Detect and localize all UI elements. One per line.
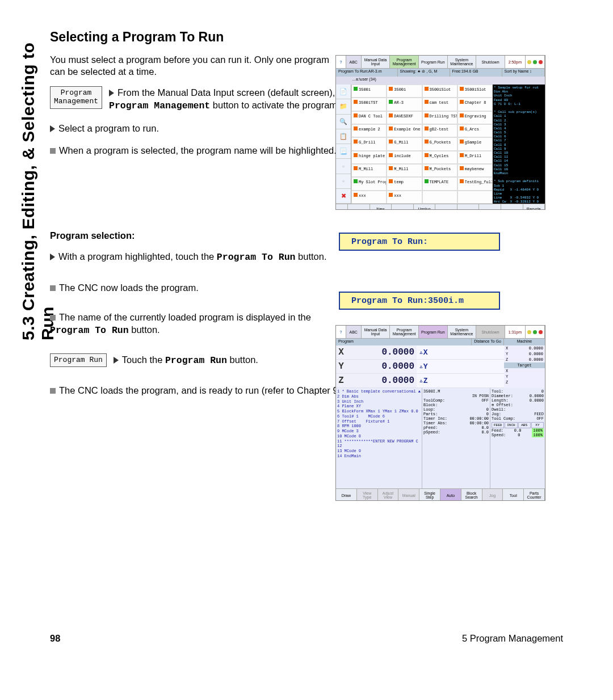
file-grid[interactable]: 3500i3500i3500iSlot3500iSlot3500iTSTAR-3… xyxy=(351,85,493,204)
path-bar: …a:\user (34) xyxy=(336,77,545,85)
clock: 2:50pm xyxy=(505,56,526,68)
file-item[interactable]: G_Arcs xyxy=(457,124,493,137)
file-item[interactable]: gB2-test xyxy=(422,124,457,137)
program-management-button[interactable]: ProgramManagement xyxy=(50,86,102,109)
blank-icon[interactable]: ▫ xyxy=(336,174,351,189)
toolbar-button[interactable]: CAM xyxy=(435,204,457,210)
tab-mdi[interactable]: Manual Data Input xyxy=(362,56,391,68)
toolbar-button[interactable]: Block Search xyxy=(461,489,482,501)
file-item[interactable]: AR-3 xyxy=(387,98,422,111)
toolbar-button[interactable]: Tool xyxy=(503,489,524,501)
file-item[interactable]: G_Drill xyxy=(351,137,387,150)
file-item[interactable]: temp xyxy=(387,177,422,190)
toolbar-button[interactable]: Recycle Bin xyxy=(523,204,545,210)
file-item[interactable]: DAVESDXF xyxy=(387,111,422,124)
program-listing[interactable]: 1 * Basic template conversational ▲ 2 Di… xyxy=(336,388,422,488)
screenshot-program-run: ? ABC Manual Data Input Program Manageme… xyxy=(335,325,545,501)
triangle-bullet-icon xyxy=(50,125,55,132)
toolbar-button[interactable]: Adjust View xyxy=(378,489,399,501)
status-program: Program xyxy=(336,339,472,345)
file-item[interactable]: 3500iTST xyxy=(351,98,387,111)
blank-icon[interactable]: ▫ xyxy=(336,159,351,174)
sort-by[interactable]: Sort by Name ↕ xyxy=(502,69,545,77)
triangle-bullet-icon xyxy=(114,357,119,364)
dro-panel: X0.0000▵XY0.0000▵YZ0.0000▵Z xyxy=(336,345,504,388)
tab-system-maintenance[interactable]: System Maintenance xyxy=(448,56,477,68)
toolbar-button[interactable]: New Program xyxy=(370,204,392,210)
file-item[interactable]: maybenew xyxy=(457,164,493,177)
file-item[interactable]: 3500i xyxy=(351,85,387,98)
toolbar-button[interactable]: Parts Counter xyxy=(524,489,545,501)
file-item[interactable]: Engraving xyxy=(457,111,493,124)
toolbar-button xyxy=(392,204,414,210)
file-item[interactable]: Example One xyxy=(387,124,422,137)
file-item[interactable]: Chapter 8 xyxy=(457,98,493,111)
step-touch-ptr: With a program highlighted, touch the Pr… xyxy=(50,250,345,264)
tab-program-management[interactable]: Program Management xyxy=(390,56,419,68)
file-item[interactable]: My Slot Prog. xyxy=(351,177,387,190)
toolbar-button[interactable]: Draw xyxy=(336,489,357,501)
file-item[interactable]: M_Drill xyxy=(457,151,493,164)
file-item[interactable]: DAN C Tool xyxy=(351,111,387,124)
file-item[interactable]: example 2 xyxy=(351,124,387,137)
file-item[interactable]: Drilling TST xyxy=(422,111,457,124)
help-icon[interactable]: ? xyxy=(336,56,346,68)
tab-system-maintenance[interactable]: System Maintenance xyxy=(448,326,477,338)
square-bullet-icon xyxy=(50,388,56,394)
program-to-run-button-loaded[interactable]: Program To Run:3500i.m xyxy=(339,292,500,310)
file-item[interactable]: cam test xyxy=(422,98,457,111)
status-lights xyxy=(526,326,545,338)
folder-icon[interactable]: 📁 xyxy=(336,99,351,114)
toolbar-button[interactable]: Single Step xyxy=(419,489,440,501)
copy-icon[interactable]: 📋 xyxy=(336,129,351,144)
step-touch-program-run: Touch the Program Run button. xyxy=(114,353,258,367)
file-item[interactable]: G_Mill xyxy=(387,137,422,150)
doc-icon[interactable]: 📃 xyxy=(336,144,351,159)
toolbar-button[interactable]: Draw xyxy=(457,204,480,210)
file-item[interactable]: M_Pockets xyxy=(422,164,457,177)
screenshot-program-management: ? ABC Manual Data Input Program Manageme… xyxy=(335,55,545,210)
file-item[interactable]: TestEng_full xyxy=(457,177,493,190)
toolbar-button[interactable]: Auto xyxy=(440,489,461,501)
toolbar-button[interactable]: Manual xyxy=(398,489,419,501)
file-item[interactable]: TEMPLATE xyxy=(422,177,457,190)
page-number: 98 xyxy=(50,633,60,644)
file-item[interactable]: xxx xyxy=(387,191,422,204)
toolbar-button[interactable]: ⊖ xyxy=(348,204,370,210)
program-run-button[interactable]: Program Run xyxy=(50,353,107,368)
toolbar-button[interactable]: Jog xyxy=(482,489,503,501)
toolbar-button[interactable]: Unplug USB xyxy=(414,204,436,210)
file-item[interactable]: hinge plate 1 xyxy=(351,151,387,164)
file-item[interactable]: 3500i xyxy=(387,85,422,98)
machine-target-panels: X0.0000Y0.0000Z0.0000 Target XYZ xyxy=(504,345,545,388)
tab-program-run[interactable]: Program Run xyxy=(419,326,448,338)
delete-icon[interactable]: ✖ xyxy=(336,189,351,204)
file-item[interactable]: gSample xyxy=(457,137,493,150)
search-icon[interactable]: 🔍 xyxy=(336,115,351,129)
file-item[interactable]: M_Mill xyxy=(387,164,422,177)
toolbar-button[interactable]: Edit xyxy=(479,204,501,210)
tab-program-management[interactable]: Program Management xyxy=(390,326,419,338)
toolbar-button[interactable]: View Type xyxy=(357,489,378,501)
file-item[interactable]: M_Cycles xyxy=(422,151,457,164)
intro-paragraph: You must select a program before you can… xyxy=(50,54,334,78)
tab-shutdown[interactable]: Shutdown xyxy=(476,56,505,68)
file-item[interactable]: xxx xyxy=(351,191,387,204)
tool-icon[interactable]: 📄 xyxy=(336,85,351,99)
tab-program-run[interactable]: Program Run xyxy=(419,56,448,68)
file-item[interactable]: M_Mill xyxy=(351,164,387,177)
toolbar-button[interactable]: ◄ xyxy=(336,204,348,210)
tab-mdi[interactable]: Manual Data Input xyxy=(362,326,391,338)
file-item[interactable]: 3500iSlot xyxy=(457,85,493,98)
file-item[interactable]: G_Pockets xyxy=(422,137,457,150)
program-to-run-button-empty[interactable]: Program To Run: xyxy=(339,233,500,251)
file-item[interactable] xyxy=(422,191,457,204)
file-item[interactable]: 3500iSlot xyxy=(422,85,457,98)
side-tab: 5.3 Creating, Editing, & Selecting to Ru… xyxy=(19,28,43,340)
file-item[interactable] xyxy=(457,191,493,204)
help-icon[interactable]: ? xyxy=(336,326,346,338)
abc-button[interactable]: ABC xyxy=(346,56,362,68)
abc-button[interactable]: ABC xyxy=(346,326,362,338)
showing-filter[interactable]: Showing: ★ ⊘ , G, M xyxy=(398,69,450,77)
file-item[interactable]: include xyxy=(387,151,422,164)
